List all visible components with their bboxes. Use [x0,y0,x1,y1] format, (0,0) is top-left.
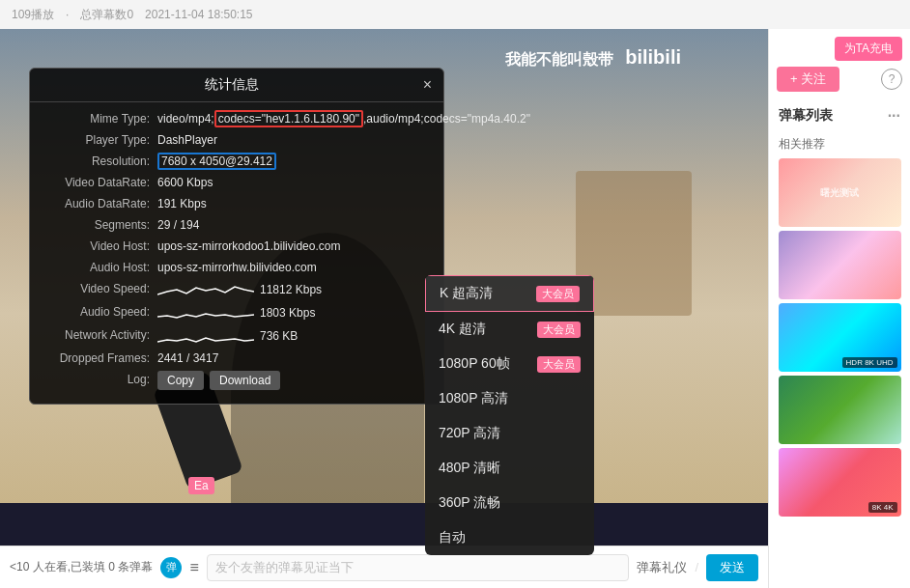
segments-label: Segments: [42,216,157,234]
download-button[interactable]: Download [210,371,280,390]
sidebar: 为TA充电 + 关注 ? 弹幕列表 ··· 相关推荐 曙光测试 HDR 8K U… [768,29,910,588]
quality-label-720p: 720P 高清 [439,425,500,442]
related-thumb-5[interactable]: 8K 4K [779,448,901,517]
danmu-list-icon[interactable]: ≡ [189,559,198,576]
related-thumb-1[interactable]: 曙光测试 [779,158,901,227]
network-activity-value: 736 KB [157,326,432,346]
resolution-label: Resolution: [42,153,157,170]
dropped-frames-value: 2441 / 3417 [157,350,432,367]
dot-menu-icon[interactable]: ··· [888,107,900,125]
top-bar: 109播放 · 总弹幕数0 2021-11-04 18:50:15 [0,0,910,29]
audio-speed-value: 1803 Kbps [157,303,432,322]
vip-badge-k: 大会员 [536,286,580,302]
quality-item-480p[interactable]: 480P 清晰 [425,451,594,486]
audio-host-value: upos-sz-mirrorhw.bilivideo.com [157,259,432,276]
dropped-frames-label: Dropped Frames: [42,350,157,367]
quality-label-1080p60: 1080P 60帧 [439,355,510,373]
danmu-count: 总弹幕数0 [80,7,133,23]
charge-button[interactable]: 为TA充电 [835,37,902,61]
vip-badge-4k: 大会员 [537,322,581,338]
copy-button[interactable]: Copy [157,371,204,390]
ea-badge: Ea [188,477,214,494]
video-speed-label: Video Speed: [42,280,157,297]
vip-badge-1080p60: 大会员 [537,356,581,373]
video-datarate-label: Video DataRate: [42,174,157,191]
stats-title: 统计信息 [42,76,423,94]
quality-item-4k[interactable]: 4K 超清 大会员 [425,312,594,347]
quality-dropdown: K 超高清 大会员 4K 超清 大会员 1080P 60帧 大会员 1080P … [425,275,594,555]
related-label: 相关推荐 [769,130,910,154]
help-icon[interactable]: ? [881,69,902,90]
mime-type-label: Mime Type: [42,110,157,127]
danmu-count: <10 人在看,已装填 0 条弹幕 [10,559,153,575]
quality-item-k[interactable]: K 超高清 大会员 [425,275,594,312]
player-type-label: Player Type: [42,131,157,149]
quality-item-720p[interactable]: 720P 高清 [425,416,594,451]
danmu-input[interactable]: 发个友善的弹幕见证当下 [207,554,630,581]
danmu-ceremony[interactable]: 弹幕礼仪 [637,559,687,576]
quality-label-4k: 4K 超清 [439,321,486,338]
danmu-list-label: 弹幕列表 [779,107,833,125]
stats-dialog: 统计信息 × Mime Type: video/mp4;codecs="hev1… [29,68,444,405]
quality-label-1080p: 1080P 高清 [439,390,508,407]
log-controls: Copy Download [157,371,432,390]
quality-label-k: K 超高清 [440,285,493,302]
danmu-bar: <10 人在看,已装填 0 条弹幕 弹 ≡ 发个友善的弹幕见证当下 弹幕礼仪 /… [0,546,768,588]
mime-type-value: video/mp4;codecs="hev1.1.6.L180.90",audi… [157,110,530,127]
send-button[interactable]: 发送 [706,554,758,581]
video-speed-value: 11812 Kbps [157,280,432,299]
resolution-value: 7680 x 4050@29.412 [157,153,432,170]
danmu-toggle[interactable]: 弹 [160,557,182,578]
related-thumb-3[interactable]: HDR 8K UHD [779,303,901,372]
danmu-placeholder: 发个友善的弹幕见证当下 [215,559,354,576]
video-host-label: Video Host: [42,238,157,255]
channel-name: 我能不能叫殼带 [505,50,613,70]
follow-button[interactable]: + 关注 [777,67,839,92]
danmu-separator: / [695,560,698,574]
network-activity-label: Network Activity: [42,326,157,344]
video-host-value: upos-sz-mirrorkodoo1.bilivideo.com [157,238,432,255]
related-thumb-2[interactable] [779,231,901,299]
quality-item-1080p[interactable]: 1080P 高清 [425,381,594,416]
video-area: bilibili 我能不能叫殼带 统计信息 × Mime Type: video… [0,29,768,588]
log-label: Log: [42,371,157,388]
close-icon[interactable]: × [423,76,432,94]
audio-datarate-value: 191 Kbps [157,195,432,212]
quality-item-360p[interactable]: 360P 流畅 [425,486,594,520]
date: 2021-11-04 18:50:15 [145,8,252,21]
bili-logo: bilibili [625,46,681,69]
video-datarate-value: 6600 Kbps [157,174,432,191]
segments-value: 29 / 194 [157,216,432,234]
audio-datarate-label: Audio DataRate: [42,195,157,212]
audio-speed-label: Audio Speed: [42,303,157,321]
quality-item-1080p60[interactable]: 1080P 60帧 大会员 [425,347,594,381]
quality-label-auto: 自动 [439,529,466,546]
player-type-value: DashPlayer [157,131,432,149]
play-count: 109播放 [12,7,54,23]
related-thumb-4[interactable] [779,376,901,444]
quality-item-auto[interactable]: 自动 [425,520,594,555]
separator: · [66,8,69,21]
quality-label-480p: 480P 清晰 [439,460,500,477]
audio-host-label: Audio Host: [42,259,157,276]
quality-label-360p: 360P 流畅 [439,494,500,512]
